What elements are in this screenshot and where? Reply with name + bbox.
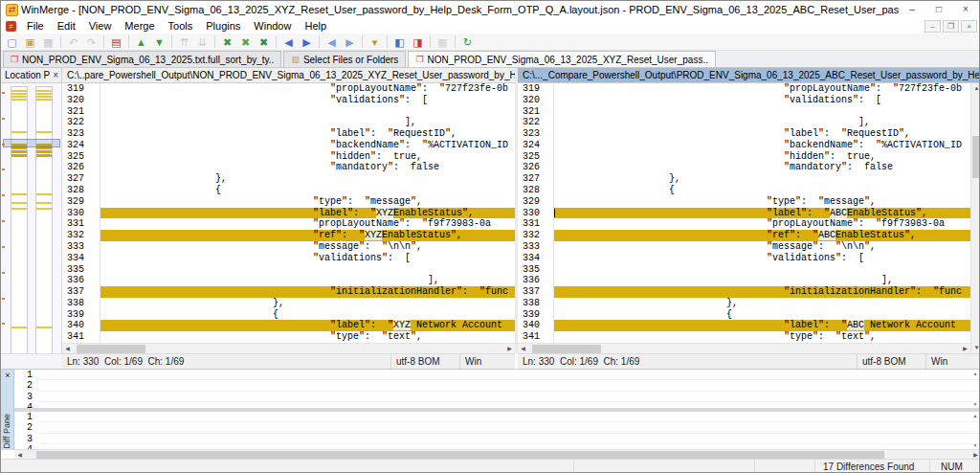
code-line-319[interactable]: 319"propLayoutName": "727f23fe-0b [518, 83, 970, 95]
menu-merge[interactable]: Merge [118, 18, 161, 34]
code-line-321[interactable]: 321 [518, 106, 970, 118]
minimize-button[interactable]: – [899, 1, 925, 18]
code-line-338[interactable]: 338}, [62, 298, 515, 309]
code-line-319[interactable]: 319"propLayoutName": "727f23fe-0b [62, 83, 515, 95]
diff-scroll-up-icon[interactable]: ▲ [971, 371, 979, 376]
code-line-335[interactable]: 335 [62, 264, 515, 276]
diff-line-3[interactable]: 3 [14, 392, 980, 402]
redo-button[interactable]: ↷ [82, 34, 100, 50]
location-pane-header[interactable]: Location Pane × [1, 68, 62, 83]
mdi-restore-button[interactable]: ❐ [943, 20, 959, 33]
diff-scroll-down-icon[interactable]: ▼ [971, 442, 979, 448]
code-line-323[interactable]: 323"label": "RequestID", [62, 128, 515, 140]
match-case-button[interactable]: ▦ [434, 34, 452, 50]
maximize-button[interactable]: □ [925, 1, 952, 18]
merge-all-button[interactable]: ✖ [255, 34, 273, 50]
scroll-down-icon[interactable]: ▼ [971, 343, 980, 353]
select-files-button[interactable]: ▤ [107, 34, 125, 50]
code-line-335[interactable]: 335 [518, 264, 970, 276]
left-hscroll-thumb[interactable] [77, 345, 145, 353]
left-file-header[interactable]: C:\..pare_Powershell_Output\NON_PROD_ENV… [62, 68, 515, 83]
first-diff-button[interactable]: ⇈ [175, 34, 193, 50]
code-line-328[interactable]: 328{ [518, 185, 970, 196]
code-line-340[interactable]: 340"label": "XYZ Network Account [62, 320, 515, 331]
right-hscrollbar[interactable]: ◀ ▶ [518, 343, 970, 353]
code-line-328[interactable]: 328{ [62, 185, 515, 196]
code-line-326[interactable]: 326"mandatory": false [518, 162, 970, 173]
code-line-339[interactable]: 339{ [518, 309, 970, 321]
code-line-333[interactable]: 333"message": "\n\n", [518, 241, 970, 253]
close-button[interactable]: × [952, 1, 979, 18]
diff-line-2[interactable]: 2 [14, 380, 980, 391]
diff-pane-close-icon[interactable]: × [1, 370, 14, 381]
right-file-header[interactable]: C:\..._Compare_Powershell_Output\PROD_EN… [518, 68, 980, 83]
left-hscrollbar[interactable]: ◀ ▶ [62, 343, 515, 353]
code-line-332[interactable]: 332"ref": "ABCEnableStatus", [518, 230, 970, 241]
code-line-320[interactable]: 320"validations": [ [62, 95, 515, 106]
diff-editor-bottom[interactable]: 1234 [14, 412, 980, 450]
menu-edit[interactable]: Edit [51, 18, 82, 34]
location-viewport-indicator[interactable] [3, 139, 60, 147]
next-diff-button[interactable]: ▼ [150, 34, 168, 50]
code-line-330[interactable]: 330"label": "ABCEnableStatus", [518, 208, 970, 219]
diff-editor-top[interactable]: 1234 [14, 370, 980, 408]
merge-left-button[interactable]: ✖ [218, 34, 236, 50]
open-button[interactable]: ▣ [21, 34, 39, 50]
location-column-right[interactable] [35, 86, 53, 362]
right-code-pane[interactable]: 319"propLayoutName": "727f23fe-0b320"val… [518, 83, 970, 343]
code-line-339[interactable]: 339{ [62, 309, 515, 321]
menu-window[interactable]: Window [247, 18, 298, 34]
code-line-332[interactable]: 332"ref": "XYZEnableStatus", [62, 230, 515, 241]
undo-button[interactable]: ↶ [64, 34, 82, 50]
code-line-325[interactable]: 325"hidden": true, [518, 151, 970, 163]
menu-plugins[interactable]: Plugins [199, 18, 247, 34]
compare-mode-button[interactable]: ◨ [409, 34, 427, 50]
code-line-336[interactable]: 336], [518, 275, 970, 286]
code-line-323[interactable]: 323"label": "RequestID", [518, 128, 970, 140]
diff-scroll-down-icon[interactable]: ▼ [971, 401, 979, 407]
location-pane[interactable] [1, 83, 62, 369]
copy-left-button[interactable]: ◀ [279, 34, 298, 50]
tab-1[interactable]: ❒NON_PROD_ENV_Sigma_06_13_2025.txt.full_… [3, 51, 281, 67]
prev-diff-button[interactable]: ▲ [132, 34, 150, 50]
left-code-pane[interactable]: 319"propLayoutName": "727f23fe-0b320"val… [62, 83, 515, 343]
scroll-up-icon[interactable]: ▲ [971, 83, 980, 94]
menu-tools[interactable]: Tools [162, 18, 200, 34]
auto-merge-button[interactable]: ▾ [366, 34, 384, 50]
right-hscroll-thumb[interactable] [532, 345, 601, 353]
code-line-331[interactable]: 331"propLayoutName": "f9f73983-0a [518, 218, 970, 230]
diff-line-1[interactable]: 1 [14, 412, 980, 422]
code-line-333[interactable]: 333"message": "\n\n", [62, 241, 515, 253]
location-pane-close-icon[interactable]: × [50, 68, 61, 83]
copy-left-advance-button[interactable]: ◀ [323, 34, 341, 50]
code-line-341[interactable]: 341"type": "text", [518, 331, 970, 343]
code-line-330[interactable]: 330"label": "XYZEnableStatus", [62, 208, 515, 219]
copy-right-button[interactable]: ▶ [298, 34, 316, 50]
code-line-327[interactable]: 327}, [62, 173, 515, 185]
code-line-331[interactable]: 331"propLayoutName": "f9f73983-0a [62, 218, 515, 230]
right-vscrollbar[interactable]: ▲ ▼ [970, 83, 980, 353]
code-line-322[interactable]: 322], [518, 117, 970, 128]
menu-file[interactable]: File [20, 18, 51, 34]
code-line-322[interactable]: 322], [62, 117, 515, 128]
right-vscroll-thumb[interactable] [972, 136, 980, 178]
code-line-321[interactable]: 321 [62, 106, 515, 118]
code-line-340[interactable]: 340"label": "ABC Network Account [518, 320, 970, 331]
diff-line-2[interactable]: 2 [14, 422, 980, 433]
code-line-334[interactable]: 334"validations": [ [62, 253, 515, 264]
new-button[interactable]: ▢ [3, 34, 21, 50]
code-line-324[interactable]: 324"backendName": "%ACTIVATION_ID [62, 140, 515, 151]
code-line-337[interactable]: 337"initializationHandler": "func [518, 286, 970, 298]
refresh-button[interactable]: ↻ [458, 34, 477, 50]
code-line-329[interactable]: 329"type": "message", [62, 196, 515, 208]
menu-view[interactable]: View [82, 18, 119, 34]
code-line-329[interactable]: 329"type": "message", [518, 196, 970, 208]
swap-panes-button[interactable]: ◧ [390, 34, 409, 50]
last-diff-button[interactable]: ⇊ [193, 34, 212, 50]
diff-scroll-up-icon[interactable]: ▲ [971, 413, 979, 418]
copy-right-advance-button[interactable]: ▶ [341, 34, 359, 50]
save-button[interactable]: ▦ [39, 34, 57, 50]
code-line-320[interactable]: 320"validations": [ [518, 95, 970, 106]
code-line-338[interactable]: 338}, [518, 298, 970, 309]
location-column-left[interactable] [11, 86, 28, 362]
